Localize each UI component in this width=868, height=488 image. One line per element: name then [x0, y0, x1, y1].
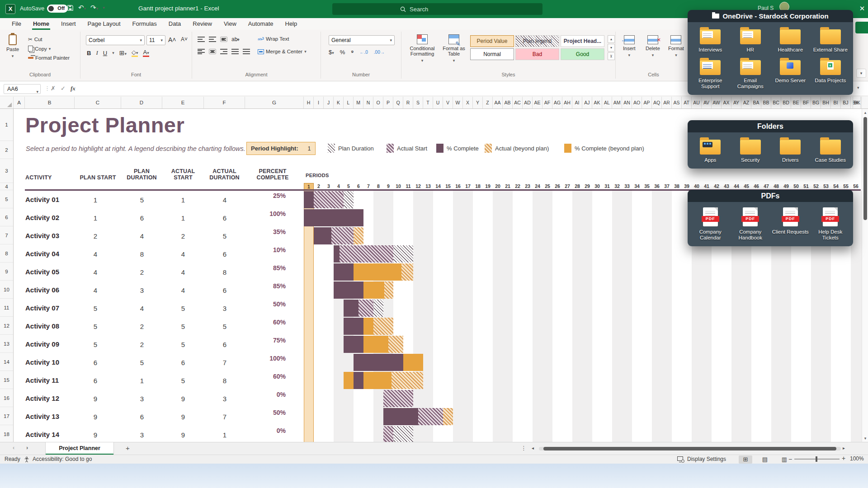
column-header-BA[interactable]: BA: [751, 97, 761, 108]
row-header-17[interactable]: 17: [0, 407, 13, 425]
ribbon-tab-review[interactable]: Review: [187, 18, 217, 30]
pdf-item-company-handbook[interactable]: PDFCompany Handbook: [731, 206, 771, 241]
column-header-AV[interactable]: AV: [702, 97, 712, 108]
column-header-M[interactable]: M: [354, 97, 363, 108]
row-header-15[interactable]: 15: [0, 371, 13, 389]
delete-cells-button[interactable]: ✕ Delete▾: [646, 35, 660, 58]
style-chip-period-value[interactable]: Period Value: [470, 35, 514, 47]
row-header-6[interactable]: 6: [0, 208, 13, 226]
increase-decimal-button[interactable]: ←.0: [360, 50, 368, 55]
column-header-AU[interactable]: AU: [692, 97, 702, 108]
ribbon-tab-view[interactable]: View: [218, 18, 242, 30]
accessibility-icon[interactable]: [24, 456, 30, 463]
column-header-AR[interactable]: AR: [662, 97, 672, 108]
italic-button[interactable]: I: [96, 49, 98, 56]
scroll-down-icon[interactable]: ▾: [862, 436, 868, 441]
column-header-E[interactable]: E: [162, 97, 204, 108]
wrap-text-button[interactable]: ab Wrap Text: [258, 36, 289, 42]
align-center-icon[interactable]: [209, 49, 216, 54]
comma-style-button[interactable]: ⁹: [351, 49, 354, 56]
row-header-16[interactable]: 16: [0, 389, 13, 407]
ribbon-tab-file[interactable]: File: [6, 18, 27, 30]
column-header-AZ[interactable]: AZ: [741, 97, 751, 108]
ribbon-tab-automate[interactable]: Automate: [243, 18, 279, 30]
sheet-tab-project-planner[interactable]: Project Planner: [45, 442, 114, 455]
column-header-AT[interactable]: AT: [682, 97, 692, 108]
pdf-item-company-calendar[interactable]: PDFCompany Calendar: [690, 206, 731, 241]
ribbon-tab-help[interactable]: Help: [280, 18, 303, 30]
column-header-AX[interactable]: AX: [722, 97, 731, 108]
column-header-BI[interactable]: BI: [831, 97, 841, 108]
column-header-AW[interactable]: AW: [712, 97, 722, 108]
column-header-BC[interactable]: BC: [771, 97, 781, 108]
accounting-format-button[interactable]: $▾: [329, 49, 334, 56]
folder-item-drivers[interactable]: Drivers: [770, 137, 811, 163]
scroll-up-icon[interactable]: ▴: [862, 110, 868, 115]
paste-button[interactable]: Paste▾: [6, 34, 19, 59]
folder-item-security[interactable]: Security: [731, 137, 771, 163]
font-color-button[interactable]: A▾: [143, 49, 149, 57]
column-header-H[interactable]: H: [304, 97, 314, 108]
style-chip-normal[interactable]: Normal: [470, 48, 514, 60]
column-header-AY[interactable]: AY: [731, 97, 741, 108]
column-header-R[interactable]: R: [403, 97, 413, 108]
column-header-AA[interactable]: AA: [493, 97, 503, 108]
row-header-8[interactable]: 8: [0, 244, 13, 263]
row-headers[interactable]: 123456789101112131415161718: [0, 109, 14, 442]
column-header-Q[interactable]: Q: [393, 97, 403, 108]
onedrive-item-demo-server[interactable]: Demo Server: [770, 57, 811, 89]
onedrive-item-hr[interactable]: HR: [731, 27, 771, 53]
column-header-AC[interactable]: AC: [513, 97, 523, 108]
tabs-overflow-icon[interactable]: ⋮: [521, 445, 527, 451]
align-bottom-icon[interactable]: [220, 37, 227, 42]
period-highlight-box[interactable]: Period Highlight: 1: [246, 142, 316, 155]
onedrive-item-enterprise-support[interactable]: Enterprise Support: [690, 57, 731, 89]
increase-indent-icon[interactable]: [243, 49, 250, 54]
period-highlight-value[interactable]: 1: [303, 145, 315, 152]
format-cells-button[interactable]: Format▾: [668, 35, 684, 58]
ribbon-tab-home[interactable]: Home: [28, 18, 55, 30]
column-header-O[interactable]: O: [373, 97, 383, 108]
column-header-D[interactable]: D: [121, 97, 162, 108]
font-name-select[interactable]: Corbel▾: [86, 35, 145, 45]
column-header-K[interactable]: K: [334, 97, 344, 108]
column-header-BD[interactable]: BD: [781, 97, 791, 108]
search-box[interactable]: Search: [332, 3, 542, 15]
format-painter-button[interactable]: Format Painter: [28, 55, 70, 61]
column-header-AS[interactable]: AS: [672, 97, 682, 108]
name-box[interactable]: AA6▾: [4, 84, 41, 94]
zoom-slider-thumb[interactable]: [816, 456, 817, 462]
customize-qat-button[interactable]: ▾: [103, 5, 105, 10]
folder-item-apps[interactable]: Apps: [690, 137, 731, 163]
column-header-BK[interactable]: BK: [853, 97, 862, 108]
column-header-L[interactable]: L: [344, 97, 354, 108]
column-header-BF[interactable]: BF: [801, 97, 811, 108]
ribbon-tab-page-layout[interactable]: Page Layout: [82, 18, 126, 30]
column-header-G[interactable]: G: [245, 97, 304, 108]
column-header-V[interactable]: V: [443, 97, 453, 108]
row-header-5[interactable]: 5: [0, 190, 13, 208]
column-header-B[interactable]: B: [25, 97, 75, 108]
column-header-BG[interactable]: BG: [811, 97, 821, 108]
share-button-sliver[interactable]: [855, 22, 868, 33]
column-header-AE[interactable]: AE: [533, 97, 542, 108]
column-header-AP[interactable]: AP: [642, 97, 652, 108]
decrease-decimal-button[interactable]: .00→: [374, 50, 385, 55]
style-chip-plan-legend[interactable]: Plan legend: [515, 35, 559, 47]
merge-center-button[interactable]: Merge & Center▾: [258, 49, 307, 54]
column-header-T[interactable]: T: [423, 97, 433, 108]
onedrive-item-data-projects[interactable]: Data Projects: [811, 57, 851, 89]
copy-button[interactable]: Copy▾: [28, 46, 51, 52]
borders-button[interactable]: ⊞▾: [119, 49, 127, 56]
ribbon-tab-formulas[interactable]: Formulas: [127, 18, 162, 30]
autosave-pill[interactable]: Off: [47, 5, 68, 13]
pdf-item-client-requests[interactable]: PDFClient Requests: [770, 206, 811, 241]
shrink-font-button[interactable]: A˅: [181, 36, 188, 42]
cut-button[interactable]: ✂Cut: [28, 36, 42, 42]
zoom-in-icon[interactable]: +: [842, 455, 845, 462]
column-header-P[interactable]: P: [383, 97, 393, 108]
normal-view-icon[interactable]: ⊞: [739, 455, 752, 464]
align-middle-icon[interactable]: [209, 37, 216, 42]
column-header-A[interactable]: A: [14, 97, 25, 108]
column-header-AM[interactable]: AM: [612, 97, 622, 108]
